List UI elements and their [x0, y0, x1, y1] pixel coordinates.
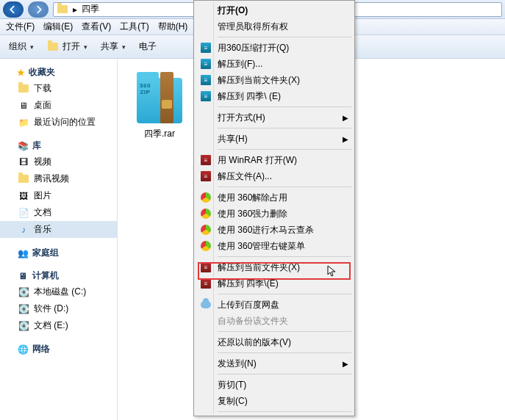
network-icon: 🌐 — [17, 344, 29, 355]
context-menu-item[interactable]: 管理员取得所有权 — [196, 18, 353, 35]
nav-back-button[interactable] — [3, 1, 24, 18]
context-menu-item[interactable]: 解压到当前文件夹(X) — [196, 72, 353, 88]
menu-separator — [218, 374, 351, 374]
sidebar-homegroup-header[interactable]: 👥 家庭组 — [0, 245, 117, 261]
menu-item-label: 解压到当前文件夹(X) — [218, 261, 300, 274]
360zip-icon — [200, 42, 212, 54]
context-menu-item[interactable]: 解压到当前文件夹(X) — [196, 259, 353, 275]
sidebar-computer-header[interactable]: 🖥 计算机 — [0, 268, 117, 283]
nav-forward-button[interactable] — [28, 1, 49, 18]
sidebar-item-videos[interactable]: 🎞视频 — [0, 153, 117, 170]
menu-item-label: 使用 360进行木马云查杀 — [218, 224, 314, 236]
context-menu-item[interactable]: 解压到 四季\(E) — [196, 275, 353, 292]
context-menu-item[interactable]: 用360压缩打开(Q) — [196, 40, 353, 56]
context-menu-item[interactable]: 解压文件(A)... — [196, 168, 353, 184]
sidebar-network-header[interactable]: 🌐 网络 — [0, 341, 117, 357]
library-icon: 📚 — [17, 140, 29, 152]
menu-edit[interactable]: 编辑(E) — [43, 21, 73, 33]
360ball-icon — [200, 224, 212, 236]
menu-item-label: 解压文件(A)... — [218, 170, 272, 183]
menu-separator — [218, 411, 351, 412]
menu-item-label: 解压到 四季\ (E) — [218, 90, 281, 103]
drive-icon: 💽 — [18, 320, 29, 332]
sidebar-item-downloads[interactable]: 下载 — [0, 80, 117, 97]
context-menu-item[interactable]: 使用 360强力删除 — [196, 206, 353, 222]
context-menu-item[interactable]: 使用 360进行木马云查杀 — [196, 222, 353, 238]
context-menu-item[interactable]: 使用 360解除占用 — [196, 189, 353, 206]
context-menu-item[interactable]: 解压到 四季\ (E) — [196, 88, 353, 104]
context-menu-item[interactable]: 复制(C) — [196, 393, 353, 409]
360zip-icon — [200, 74, 212, 86]
context-menu-item[interactable]: 打开方式(H)▶ — [196, 109, 353, 126]
menu-item-label: 解压到(F)... — [218, 58, 262, 70]
360zip-icon — [200, 58, 212, 70]
context-menu-item[interactable]: 还原以前的版本(V) — [196, 334, 353, 350]
cloud-icon — [200, 299, 212, 311]
menu-separator — [218, 37, 351, 37]
360-icon — [200, 208, 212, 220]
menu-item-label: 管理员取得所有权 — [218, 21, 288, 33]
tool-email[interactable]: 电子 — [139, 40, 157, 53]
360zip-icon — [200, 90, 212, 102]
menu-item-label: 发送到(N) — [218, 358, 257, 370]
menu-file[interactable]: 文件(F) — [6, 21, 35, 33]
video-icon: 🎞 — [18, 156, 29, 168]
menu-item-label: 解压到 四季\(E) — [218, 278, 279, 290]
menu-separator — [218, 256, 351, 257]
sidebar-favorites-header[interactable]: ★ 收藏夹 — [0, 65, 117, 80]
homegroup-icon: 👥 — [17, 247, 29, 259]
drive-icon: 💽 — [18, 303, 29, 315]
menu-item-label: 用360压缩打开(Q) — [218, 42, 289, 54]
menu-view[interactable]: 查看(V) — [82, 21, 111, 33]
menu-item-label: 上传到百度网盘 — [218, 299, 279, 311]
tool-open[interactable]: 打开 — [47, 40, 87, 53]
winrar-icon — [200, 278, 212, 289]
star-icon: ★ — [17, 68, 25, 78]
winrar-icon — [200, 154, 212, 166]
file-item[interactable]: 360ZIP 四季.rar — [128, 72, 191, 140]
submenu-arrow-icon: ▶ — [343, 360, 348, 368]
context-menu-item[interactable]: 上传到百度网盘 — [196, 297, 353, 313]
download-icon — [18, 83, 29, 95]
tool-share[interactable]: 共享 — [101, 40, 126, 53]
drive-icon: 💽 — [18, 286, 29, 298]
tool-organize[interactable]: 组织 — [9, 40, 34, 53]
context-menu-item[interactable]: 发送到(N)▶ — [196, 355, 353, 372]
context-menu-item[interactable]: 解压到(F)... — [196, 56, 353, 72]
sidebar-libraries-header[interactable]: 📚 库 — [0, 138, 117, 153]
context-menu-item[interactable]: 剪切(T) — [196, 377, 353, 393]
sidebar-item-recent[interactable]: 📁最近访问的位置 — [0, 114, 117, 131]
menu-separator — [218, 149, 351, 150]
menu-help[interactable]: 帮助(H) — [158, 21, 188, 33]
archive-icon: 360ZIP — [134, 72, 185, 123]
sidebar: ★ 收藏夹 下载 🖥桌面 📁最近访问的位置 📚 库 🎞视频 腾讯视频 🖼图片 📄… — [0, 59, 118, 420]
menu-separator — [218, 128, 351, 128]
context-menu-item[interactable]: 使用 360管理右键菜单 — [196, 238, 353, 254]
file-name: 四季.rar — [128, 128, 191, 140]
sidebar-item-qqvideo[interactable]: 腾讯视频 — [0, 170, 117, 187]
sidebar-item-desktop[interactable]: 🖥桌面 — [0, 97, 117, 114]
open-icon — [47, 41, 59, 53]
context-menu-item[interactable]: 共享(H)▶ — [196, 131, 353, 147]
menu-item-label: 用 WinRAR 打开(W) — [218, 154, 297, 167]
sidebar-item-drive-e[interactable]: 💽文档 (E:) — [0, 317, 117, 334]
menu-item-label: 使用 360强力删除 — [218, 208, 287, 220]
context-menu-item[interactable]: 打开(O) — [196, 2, 353, 18]
recent-icon: 📁 — [18, 117, 29, 128]
menu-item-label: 共享(H) — [218, 133, 248, 145]
sidebar-item-documents[interactable]: 📄文档 — [0, 204, 117, 221]
menu-item-label: 还原以前的版本(V) — [218, 336, 291, 349]
sidebar-item-pictures[interactable]: 🖼图片 — [0, 187, 117, 204]
folder-icon — [57, 4, 68, 15]
breadcrumb-name[interactable]: 四季 — [82, 3, 99, 15]
360-icon — [200, 240, 212, 252]
context-menu-item[interactable]: 用 WinRAR 打开(W) — [196, 152, 353, 168]
sidebar-item-drive-c[interactable]: 💽本地磁盘 (C:) — [0, 283, 117, 300]
breadcrumb-sep: ▸ — [73, 4, 77, 15]
sidebar-item-drive-d[interactable]: 💽软件 (D:) — [0, 300, 117, 317]
sidebar-item-music[interactable]: ♪音乐 — [0, 221, 117, 238]
menu-item-label: 剪切(T) — [218, 379, 246, 391]
desktop-icon: 🖥 — [18, 100, 29, 112]
computer-icon: 🖥 — [17, 270, 29, 282]
menu-tools[interactable]: 工具(T) — [120, 21, 148, 33]
